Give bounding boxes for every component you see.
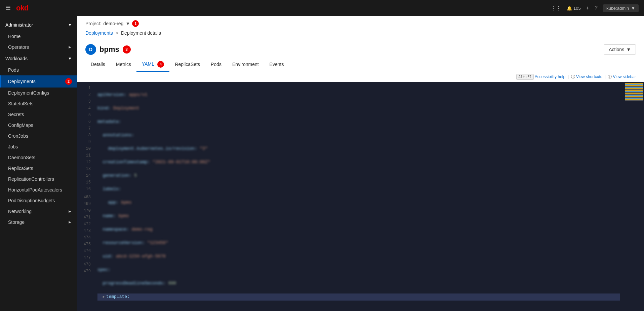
user-menu[interactable]: kube:admin ▼ (603, 4, 639, 12)
sidebar-item-networking[interactable]: Networking ► (0, 206, 77, 217)
help-icon[interactable]: ? (595, 5, 598, 11)
code-line-8: labels: (97, 186, 620, 193)
sidebar-item-statefulsets[interactable]: StatefulSets (0, 98, 77, 109)
sidebar-item-replicationcontrollers[interactable]: ReplicationControllers (0, 174, 77, 184)
project-name: demo-reg (103, 21, 123, 26)
code-line-2: kind: Deployment (97, 105, 620, 112)
deployments-badge: 2 (65, 78, 72, 85)
actions-chevron-icon: ▼ (626, 47, 631, 52)
code-line-9: app: bpms (97, 199, 620, 206)
view-sidebar-link[interactable]: View sidebar (613, 74, 636, 79)
tab-yaml-badge: 4 (157, 61, 164, 68)
deployment-icon: D (85, 44, 96, 55)
tab-pods[interactable]: Pods (205, 58, 227, 71)
sidebar-item-workloads[interactable]: Workloads ▼ (0, 53, 77, 65)
sidebar: Administrator ▼ Home Operators ► Workloa… (0, 16, 77, 311)
breadcrumb: Deployments > Deployment details (85, 30, 636, 36)
operators-chevron-icon: ► (68, 45, 72, 49)
editor-container: 1 2 3 4 5 6 7 8 9 10 11 12 13 14 15 16 4 (77, 82, 644, 311)
notifications-button[interactable]: 🔔 105 (567, 6, 581, 11)
sidebar-item-daemonsets[interactable]: DaemonSets (0, 152, 77, 163)
sidebar-item-home[interactable]: Home (0, 31, 77, 42)
sidebar-item-poddisruptionbudgets[interactable]: PodDisruptionBudgets (0, 195, 77, 206)
main-content: Project: demo-reg ▼ 1 Deployments > Depl… (77, 16, 644, 311)
tab-environment[interactable]: Environment (227, 58, 264, 71)
sidebar-item-pods[interactable]: Pods (0, 65, 77, 75)
code-line-4: annotations: (97, 132, 620, 139)
project-badge: 1 (132, 20, 139, 27)
code-line-14: spec: (97, 267, 620, 273)
hamburger-icon[interactable]: ☰ (5, 4, 11, 12)
code-line-15: progressDeadlineSeconds: 600 (97, 280, 620, 287)
code-line-10: name: bpms (97, 213, 620, 219)
breadcrumb-separator: > (116, 30, 118, 36)
question-icon: ⓘ (571, 74, 575, 79)
accessibility-help-link[interactable]: Accessibility help (535, 74, 565, 79)
networking-chevron-icon: ► (68, 209, 72, 214)
sidebar-item-replicasets[interactable]: ReplicaSets (0, 163, 77, 174)
view-shortcuts-link[interactable]: View shortcuts (576, 74, 602, 79)
minimap-content (624, 82, 644, 102)
code-line-7: generation: 5 (97, 172, 620, 179)
header-section: Project: demo-reg ▼ 1 Deployments > Depl… (77, 16, 644, 72)
user-menu-chevron-icon: ▼ (631, 6, 635, 11)
tab-replicasets[interactable]: ReplicaSets (169, 58, 205, 71)
sidebar-role-header[interactable]: Administrator ▼ (0, 19, 77, 31)
info-icon: ⓘ (608, 74, 612, 79)
page-title: bpms (99, 45, 119, 54)
code-line-gap (97, 307, 620, 311)
sidebar-item-deployments[interactable]: Deployments 2 (0, 75, 77, 88)
storage-chevron-icon: ► (68, 220, 72, 224)
code-line-16: ►template: (97, 293, 620, 301)
editor-toolbar: Alt+F1 Accessibility help | ⓘ View short… (77, 72, 644, 82)
tab-metrics[interactable]: Metrics (111, 58, 136, 71)
sidebar-item-deploymentconfigs[interactable]: DeploymentConfigs (0, 88, 77, 98)
code-line-1: apiVersion: apps/v1 (97, 92, 620, 98)
user-label: kube:admin (606, 6, 629, 11)
sidebar-item-secrets[interactable]: Secrets (0, 109, 77, 120)
code-line-3: metadata: (97, 118, 620, 125)
project-selector[interactable]: Project: demo-reg ▼ 1 (85, 20, 636, 27)
tab-events[interactable]: Events (264, 58, 289, 71)
sidebar-item-jobs[interactable]: Jobs (0, 141, 77, 152)
tab-yaml[interactable]: YAML 4 (136, 58, 169, 72)
shortcut-hint: Alt+F1 Accessibility help | ⓘ View short… (516, 74, 636, 80)
add-icon[interactable]: + (586, 5, 589, 11)
topbar: ☰ okd ⋮⋮ 🔔 105 + ? kube:admin ▼ (0, 0, 644, 16)
sidebar-role-chevron-icon: ▼ (68, 23, 72, 27)
sidebar-item-cronjobs[interactable]: CronJobs (0, 131, 77, 141)
code-line-6: creationTimestamp: "2021-09-01T10:00:00Z… (97, 159, 620, 166)
sidebar-item-horizontalpodautoscalers[interactable]: HorizontalPodAutoscalers (0, 184, 77, 195)
code-line-5: deployment.kubernetes.io/revision: "3" (97, 145, 620, 152)
page-step-badge-3: 3 (123, 45, 131, 54)
project-header: Project: demo-reg ▼ 1 Deployments > Depl… (77, 16, 644, 40)
tabs-row: Details Metrics YAML 4 ReplicaSets Pods … (77, 58, 644, 72)
code-line-12: resourceVersion: "123456" (97, 240, 620, 246)
tab-details[interactable]: Details (85, 58, 111, 71)
sidebar-item-storage[interactable]: Storage ► (0, 217, 77, 228)
page-title-row: D bpms 3 Actions ▼ (77, 40, 644, 55)
breadcrumb-parent[interactable]: Deployments (85, 30, 113, 36)
project-dropdown-icon[interactable]: ▼ (125, 21, 130, 26)
sidebar-item-operators[interactable]: Operators ► (0, 42, 77, 53)
shortcut-keys: Alt+F1 (516, 74, 534, 80)
sidebar-role-label: Administrator (5, 22, 33, 28)
code-line-13: uid: abcd-1234-efgh-5678 (97, 253, 620, 260)
okd-logo: okd (16, 4, 28, 12)
project-label: Project: (85, 21, 101, 26)
code-editor[interactable]: 1 2 3 4 5 6 7 8 9 10 11 12 13 14 15 16 4 (77, 82, 644, 311)
code-line-11: namespace: demo-reg (97, 226, 620, 233)
sidebar-item-configmaps[interactable]: ConfigMaps (0, 120, 77, 131)
code-content: apiVersion: apps/v1 kind: Deployment met… (93, 82, 624, 311)
line-numbers: 1 2 3 4 5 6 7 8 9 10 11 12 13 14 15 16 4 (77, 82, 93, 311)
grid-icon[interactable]: ⋮⋮ (551, 5, 561, 11)
breadcrumb-current: Deployment details (121, 30, 161, 36)
minimap (624, 82, 644, 311)
workloads-chevron-icon: ▼ (68, 56, 72, 61)
actions-button[interactable]: Actions ▼ (604, 44, 636, 55)
